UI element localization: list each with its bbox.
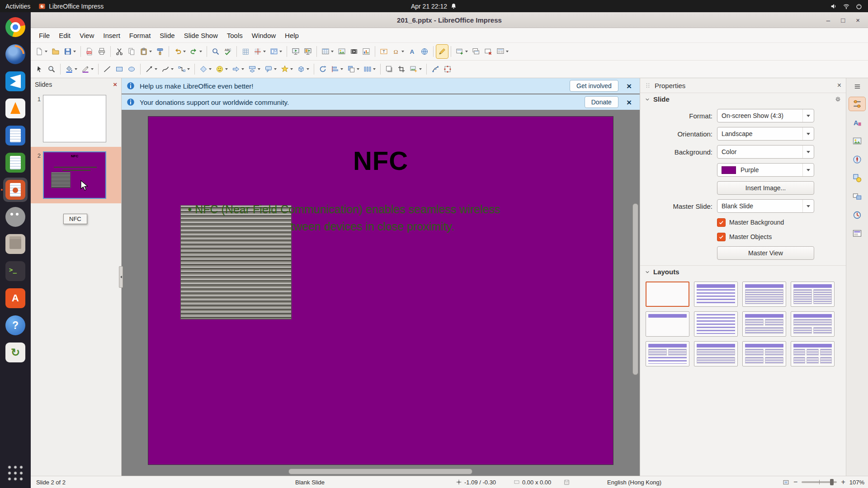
special-character-button[interactable]: Ω <box>390 45 406 58</box>
special-character-dropdown-arrow[interactable] <box>401 51 404 52</box>
show-draw-functions-button[interactable] <box>436 45 448 58</box>
curves-and-polygons-dropdown-arrow[interactable] <box>171 68 174 70</box>
zoom-slider-thumb[interactable] <box>830 479 834 485</box>
symbol-shapes-button[interactable] <box>214 62 230 76</box>
menu-file[interactable]: File <box>34 29 54 42</box>
sidebar-settings-button[interactable] <box>849 80 865 92</box>
edit-points-button[interactable] <box>429 62 441 76</box>
fill-color-button[interactable] <box>63 62 79 76</box>
redo-dropdown-arrow[interactable] <box>199 51 202 52</box>
snap-guides-button[interactable] <box>252 45 268 58</box>
display-grid-button[interactable] <box>240 45 251 58</box>
line-color-dropdown-arrow[interactable] <box>91 68 94 70</box>
ellipse-button[interactable] <box>126 62 137 76</box>
show-glue-points-button[interactable] <box>442 62 453 76</box>
menu-view[interactable]: View <box>75 29 99 42</box>
callout-shapes-button[interactable] <box>263 62 278 76</box>
display-views-button[interactable] <box>268 45 284 58</box>
zoom-in-button[interactable]: + <box>841 479 845 486</box>
master-view-button[interactable]: Master View <box>717 246 814 260</box>
display-views-dropdown-arrow[interactable] <box>279 51 282 52</box>
background-type-dropdown[interactable]: Color <box>717 145 814 159</box>
insert-textbox-button[interactable]: T <box>378 45 390 58</box>
new-slide-button[interactable] <box>454 45 470 58</box>
export-pdf-button[interactable]: PDF <box>84 45 95 58</box>
sidebar-tab-shapes[interactable] <box>849 171 865 185</box>
menu-help[interactable]: Help <box>280 29 303 42</box>
connectors-dropdown-arrow[interactable] <box>187 68 190 70</box>
zoom-percent[interactable]: 107% <box>849 479 864 486</box>
block-arrows-button[interactable] <box>230 62 246 76</box>
infobar-action-button[interactable]: Get involved <box>570 80 618 92</box>
cut-button[interactable] <box>113 45 125 58</box>
clock-menu[interactable]: Apr 21 22:12 <box>411 3 457 10</box>
dock-item-files[interactable] <box>3 232 28 256</box>
spelling-button[interactable]: ABC <box>222 45 234 58</box>
arrange-dropdown-arrow[interactable] <box>357 68 359 70</box>
layout-title-6content[interactable] <box>791 341 835 366</box>
delete-slide-button[interactable] <box>482 45 494 58</box>
layout-title-2content[interactable] <box>791 282 835 307</box>
open-file-button[interactable] <box>50 45 61 58</box>
infobar-action-button[interactable]: Donate <box>585 96 618 108</box>
dock-item-firefox[interactable] <box>3 42 28 66</box>
redo-button[interactable] <box>188 45 204 58</box>
layout-title-only[interactable] <box>646 311 689 337</box>
stars-and-banners-dropdown-arrow[interactable] <box>290 68 293 70</box>
paste-button[interactable] <box>138 45 154 58</box>
insert-media-button[interactable] <box>348 45 360 58</box>
select-button[interactable] <box>33 62 45 76</box>
layout-title-4content[interactable] <box>742 341 786 366</box>
vertical-scrollbar-thumb[interactable] <box>632 203 638 375</box>
layout-title-content-2content[interactable] <box>791 311 835 337</box>
zoom-button[interactable] <box>46 62 57 76</box>
stars-and-banners-button[interactable] <box>279 62 295 76</box>
sidebar-tab-master-slides[interactable] <box>849 227 865 240</box>
dock-item-chrome[interactable] <box>3 15 28 39</box>
dock-item-updater[interactable] <box>3 340 28 365</box>
save-dropdown-arrow[interactable] <box>73 51 76 52</box>
basic-shapes-dropdown-arrow[interactable] <box>209 68 212 70</box>
slide-section-header[interactable]: Slide <box>640 93 846 105</box>
slide-thumbnail-image[interactable]: NFC <box>43 151 106 199</box>
dock-item-calc[interactable] <box>3 150 28 175</box>
menu-tools[interactable]: Tools <box>222 29 247 42</box>
undo-dropdown-arrow[interactable] <box>183 51 186 52</box>
insert-table-button[interactable] <box>320 45 335 58</box>
duplicate-slide-button[interactable] <box>470 45 482 58</box>
new-slide-dropdown-arrow[interactable] <box>465 51 468 52</box>
slide-canvas[interactable]: NFC • NFC (Near Field Communication) ena… <box>148 116 613 465</box>
start-from-current-slide-button[interactable] <box>302 45 314 58</box>
sidebar-tab-navigator[interactable] <box>849 153 865 166</box>
insert-line-button[interactable] <box>101 62 113 76</box>
orientation-dropdown[interactable]: Landscape <box>717 127 814 141</box>
language-status[interactable]: English (Hong Kong) <box>607 476 661 488</box>
hyperlink-button[interactable] <box>419 45 430 58</box>
slide-thumbnail-2[interactable]: 2NFC <box>31 147 121 203</box>
new-document-button[interactable] <box>33 45 49 58</box>
shadow-button[interactable] <box>383 62 395 76</box>
layout-blank[interactable] <box>646 282 689 307</box>
horizontal-scrollbar-thumb[interactable] <box>288 469 472 474</box>
slide-title-text[interactable]: NFC <box>148 145 613 176</box>
document-save-status[interactable] <box>563 476 570 488</box>
sidebar-tab-slide-transition[interactable] <box>849 190 865 203</box>
arrange-button[interactable] <box>345 62 361 76</box>
master-background-checkbox[interactable] <box>717 218 726 227</box>
slide-thumbnail-image[interactable] <box>43 95 106 142</box>
slide-thumbnail-1[interactable]: 1 <box>31 90 121 147</box>
menu-slide[interactable]: Slide <box>155 29 179 42</box>
menu-insert[interactable]: Insert <box>99 29 125 42</box>
menu-slide-show[interactable]: Slide Show <box>179 29 222 42</box>
insert-table-dropdown-arrow[interactable] <box>331 51 334 52</box>
align-objects-dropdown-arrow[interactable] <box>340 68 343 70</box>
distribute-button[interactable] <box>362 62 377 76</box>
layout-centered-text[interactable] <box>694 311 738 337</box>
undo-button[interactable] <box>172 45 188 58</box>
menu-window[interactable]: Window <box>247 29 280 42</box>
layout-title-2content-over-content[interactable] <box>646 341 689 366</box>
curves-and-polygons-button[interactable] <box>160 62 175 76</box>
line-color-button[interactable] <box>80 62 95 76</box>
fit-slide-icon[interactable] <box>783 479 789 486</box>
sidebar-tab-gallery[interactable] <box>849 134 865 148</box>
